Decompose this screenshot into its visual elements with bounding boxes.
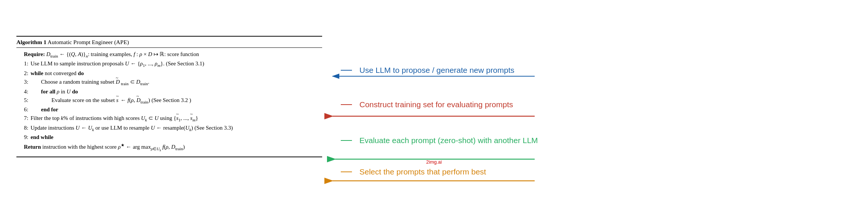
return-content: instruction with the highest score ρ★ ← … — [43, 144, 185, 150]
return-keyword: Return — [24, 144, 41, 150]
annotation-label-1: Use LLM to propose / generate new prompt… — [352, 66, 515, 75]
algo-line-7: 7: Filter the top k% of instructions wit… — [20, 114, 322, 123]
line-content: Choose a random training subset D~ train… — [31, 78, 322, 87]
line-number: 2: — [20, 69, 28, 78]
algo-line-8: 8: Update instructions U ← Uk or use LLM… — [20, 124, 322, 133]
annotations-panel: Use LLM to propose / generate new prompt… — [341, 66, 538, 176]
annotation-1: Use LLM to propose / generate new prompt… — [341, 66, 538, 75]
algo-line-6: 6: end for — [20, 105, 322, 114]
annotation-2: Construct training set for evaluating pr… — [341, 100, 538, 109]
algo-line-3: 3: Choose a random training subset D~ tr… — [20, 78, 322, 87]
algorithm-content: Require: Dtrain ← {(Q, A)}n: training ex… — [16, 50, 322, 153]
line-content: Filter the top k% of instructions with h… — [31, 114, 322, 123]
algo-line-9: 9: end while — [20, 133, 322, 142]
line-content: while not converged do — [31, 69, 322, 78]
algo-line-1: 1: Use LLM to sample instruction proposa… — [20, 59, 322, 69]
line-number: 6: — [20, 105, 28, 114]
return-line: Return instruction with the highest scor… — [20, 142, 322, 153]
require-keyword: Require: — [24, 51, 45, 57]
line-number: 1: — [20, 59, 28, 68]
require-line: Require: Dtrain ← {(Q, A)}n: training ex… — [20, 50, 322, 59]
algo-line-2: 2: while not converged do — [20, 69, 322, 78]
line-number: 3: — [20, 78, 28, 86]
line-number: 5: — [20, 96, 28, 105]
annotation-label-4: Select the prompts that perform best — [352, 167, 486, 176]
line-content: Use LLM to sample instruction proposals … — [31, 59, 322, 69]
annotation-4: Select the prompts that perform best — [341, 167, 538, 176]
annotation-label-2: Construct training set for evaluating pr… — [352, 100, 513, 109]
require-content: Dtrain ← {(Q, A)}n: training examples, f… — [46, 51, 199, 57]
algorithm-title: Algorithm 1 Automatic Prompt Engineer (A… — [16, 39, 322, 48]
line-number: 4: — [20, 87, 28, 96]
algo-line-4: 4: for all ρ in U do — [20, 87, 322, 96]
line-content: Update instructions U ← Uk or use LLM to… — [31, 124, 322, 133]
line-content: end while — [31, 133, 322, 142]
line-content: for all ρ in U do — [31, 87, 322, 96]
algorithm-label: Algorithm 1 — [16, 39, 47, 45]
annotation-3: Evaluate each prompt (zero-shot) with an… — [341, 136, 538, 145]
line-number: 8: — [20, 124, 28, 132]
algorithm-box: Algorithm 1 Automatic Prompt Engineer (A… — [16, 36, 322, 157]
annotation-label-3: Evaluate each prompt (zero-shot) with an… — [352, 136, 538, 145]
line-content: Evaluate score on the subset s~ ← f(ρ, D… — [31, 96, 322, 105]
line-number: 9: — [20, 133, 28, 142]
algo-line-5: 5: Evaluate score on the subset s~ ← f(ρ… — [20, 96, 322, 105]
algorithm-name: Automatic Prompt Engineer (APE) — [48, 39, 129, 45]
line-number: 7: — [20, 114, 28, 123]
main-container: Algorithm 1 Automatic Prompt Engineer (A… — [9, 32, 859, 169]
